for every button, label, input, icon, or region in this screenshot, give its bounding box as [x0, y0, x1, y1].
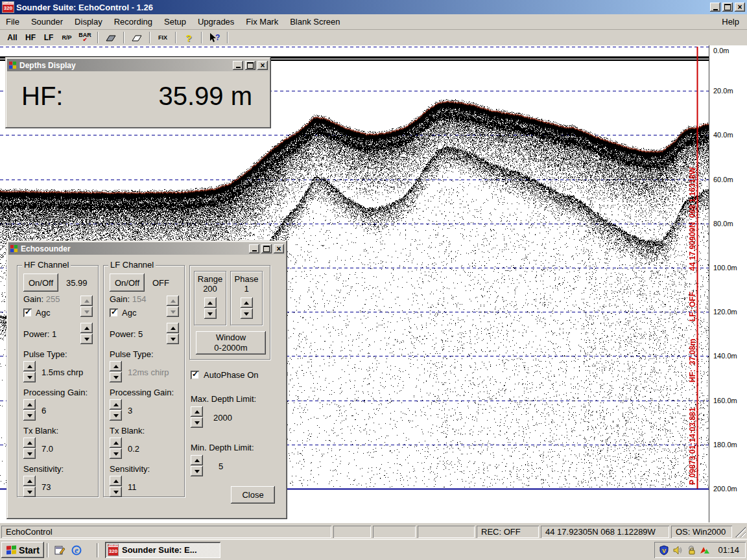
spinner-down-button[interactable] — [110, 410, 122, 421]
echosounder-window: Echosounder × HF Channel On/Off35.99 Gai… — [6, 240, 287, 519]
spinner-down-button[interactable] — [110, 487, 122, 497]
max-depth-spinner[interactable] — [191, 406, 203, 428]
main-titlebar[interactable]: Knudsen 320 Sounder Suite: EchoControl -… — [0, 0, 747, 14]
depth-tick-label: 40.0m — [713, 131, 733, 139]
hf-pulse-spinner[interactable] — [23, 361, 36, 383]
volume-icon[interactable] — [672, 544, 683, 555]
spinner-up-button[interactable] — [191, 406, 203, 417]
menu-file[interactable]: File — [0, 16, 25, 28]
echosounder-titlebar[interactable]: Echosounder × — [8, 242, 285, 255]
maximize-button[interactable] — [245, 61, 255, 70]
range-phase-group: Range 200 Phase 1 Window 0-2000m — [189, 265, 270, 360]
eraser-light-icon[interactable] — [128, 31, 145, 44]
spinner-up-button[interactable] — [110, 476, 122, 486]
spinner-up-button[interactable] — [241, 298, 253, 308]
hf-sensitivity-spinner[interactable] — [23, 476, 36, 498]
lf-power-spinner[interactable] — [167, 323, 179, 345]
lf-sensitivity-value: 11 — [128, 482, 137, 492]
spinner-down-button[interactable] — [23, 449, 36, 459]
menu-recording[interactable]: Recording — [108, 16, 158, 28]
menu-fix-mark[interactable]: Fix Mark — [240, 16, 284, 28]
lf-sensitivity-spinner[interactable] — [110, 476, 122, 498]
spinner-up-button[interactable] — [23, 476, 36, 486]
start-button[interactable]: Start — [1, 542, 44, 558]
spinner-down-button[interactable] — [110, 449, 122, 459]
menu-setup[interactable]: Setup — [158, 16, 192, 28]
arrow-down-icon — [195, 421, 200, 425]
spinner-up-button[interactable] — [191, 455, 203, 465]
depths-titlebar[interactable]: Depths Display × — [7, 59, 269, 71]
spinner-up-button[interactable] — [23, 361, 36, 371]
maximize-button[interactable] — [722, 3, 733, 12]
spinner-up-button — [167, 296, 179, 306]
minimize-button[interactable] — [233, 61, 243, 70]
menu-display[interactable]: Display — [69, 16, 108, 28]
arrow-up-icon — [171, 327, 176, 330]
toolbar-hf-button[interactable]: HF — [22, 31, 39, 44]
hf-agc-checkbox[interactable] — [23, 309, 32, 317]
spinner-up-button[interactable] — [23, 438, 36, 448]
arrow-down-icon — [27, 491, 32, 494]
minimize-button[interactable] — [710, 3, 720, 12]
toolbar-bar-button[interactable]: BAR ✔ — [77, 31, 93, 44]
signal-graph-icon[interactable] — [699, 544, 710, 555]
spinner-down-button[interactable] — [191, 417, 203, 428]
internet-explorer-icon[interactable]: e — [69, 543, 84, 557]
toolbar-all-button[interactable]: All — [4, 31, 21, 44]
menu-upgrades[interactable]: Upgrades — [192, 16, 240, 28]
menu-help[interactable]: Help — [714, 16, 747, 28]
help-question-icon[interactable]: ? — [180, 31, 197, 44]
spinner-down-button[interactable] — [167, 334, 179, 344]
antivirus-shield-icon[interactable]: V — [658, 544, 669, 555]
context-help-icon[interactable]: ? — [206, 31, 223, 44]
lf-tx-blank-spinner[interactable] — [110, 438, 122, 460]
range-spinner[interactable] — [204, 298, 217, 320]
toolbar-fix-button[interactable]: FIX — [154, 31, 171, 44]
hf-processing-gain-spinner[interactable] — [23, 399, 36, 421]
close-button[interactable]: × — [257, 61, 268, 70]
spinner-down-button[interactable] — [23, 487, 36, 497]
spinner-up-button[interactable] — [110, 438, 122, 448]
spinner-up-button[interactable] — [204, 298, 217, 308]
spinner-up-button[interactable] — [167, 323, 179, 333]
hf-power-spinner[interactable] — [80, 323, 93, 345]
lf-onoff-button[interactable]: On/Off — [110, 274, 145, 292]
toolbar-lf-button[interactable]: LF — [40, 31, 57, 44]
phase-box: Phase 1 — [230, 271, 263, 325]
spinner-down-button[interactable] — [23, 372, 36, 382]
eraser-dark-icon[interactable] — [102, 31, 119, 44]
spinner-up-button[interactable] — [80, 323, 93, 333]
spinner-down-button[interactable] — [241, 309, 253, 319]
task-button-sounder-suite[interactable]: Knudsen 320 Sounder Suite: E... — [105, 542, 220, 558]
depth-tick-label: 0.0m — [713, 47, 729, 54]
menu-blank-screen[interactable]: Blank Screen — [284, 16, 346, 28]
phase-spinner[interactable] — [241, 298, 253, 320]
hf-onoff-button[interactable]: On/Off — [23, 274, 58, 292]
maximize-button[interactable] — [261, 244, 272, 253]
lf-agc-checkbox[interactable] — [110, 309, 118, 317]
window-range-button[interactable]: Window 0-2000m — [196, 331, 266, 355]
spinner-down-button[interactable] — [23, 410, 36, 421]
hf-tx-blank-spinner[interactable] — [23, 438, 36, 460]
dialog-close-button[interactable]: Close — [231, 486, 275, 504]
show-desktop-icon[interactable] — [53, 543, 67, 557]
network-lock-icon[interactable] — [685, 544, 696, 555]
lf-processing-gain-spinner[interactable] — [110, 399, 122, 421]
spinner-up-button[interactable] — [110, 361, 122, 371]
lf-pulse-spinner[interactable] — [110, 361, 122, 383]
spinner-down-button[interactable] — [110, 372, 122, 382]
spinner-down-button[interactable] — [80, 334, 93, 344]
resize-grip[interactable] — [735, 527, 746, 537]
spinner-down-button[interactable] — [204, 309, 217, 319]
close-button[interactable]: × — [735, 3, 745, 12]
autophase-checkbox[interactable] — [191, 371, 199, 379]
arrow-up-icon — [113, 480, 119, 483]
spinner-up-button[interactable] — [23, 399, 36, 410]
menu-sounder[interactable]: Sounder — [25, 16, 69, 28]
min-depth-spinner[interactable] — [191, 455, 203, 477]
spinner-up-button[interactable] — [110, 399, 122, 410]
toolbar-rp-button[interactable]: R/P — [58, 31, 75, 44]
close-button[interactable]: × — [274, 244, 284, 253]
minimize-button[interactable] — [249, 244, 259, 253]
spinner-down-button[interactable] — [191, 466, 203, 476]
